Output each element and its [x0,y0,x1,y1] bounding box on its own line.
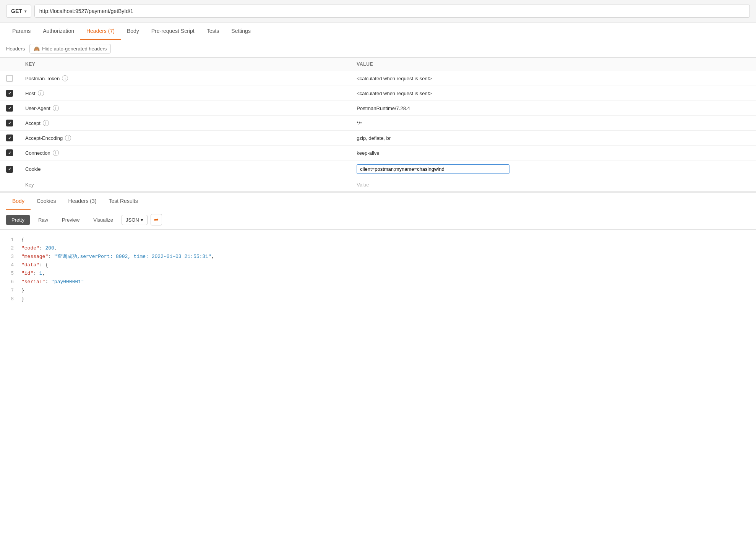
tab-params[interactable]: Params [6,23,37,40]
response-section: BodyCookiesHeaders (3)Test Results Prett… [0,192,756,310]
json-brace: } [21,288,24,293]
format-bar: PrettyRawPreviewVisualizeJSON▾⇌ [0,210,756,230]
line-number: 3 [6,253,14,261]
header-value-0: <calculated when request is sent> [357,76,432,81]
info-icon-2[interactable]: i [53,105,59,111]
json-comma: , [211,254,214,259]
line-content: } [21,287,750,295]
line-number: 5 [6,269,14,278]
tab-settings[interactable]: Settings [225,23,257,40]
header-key-0: Postman-Token [25,76,60,81]
code-line: 6 "serial": "pay000001" [6,278,750,286]
table-row: ✓Accepti*/* [0,116,756,131]
table-row: Postman-Tokeni<calculated when request i… [0,71,756,86]
json-key: "message" [21,254,48,259]
json-colon: : [39,245,45,251]
header-checkbox-5[interactable]: ✓ [6,149,13,156]
code-line: 4 "data": { [6,261,750,269]
tab-tests[interactable]: Tests [201,23,226,40]
header-checkbox-2[interactable]: ✓ [6,105,13,112]
line-content: "serial": "pay000001" [21,278,750,286]
header-value-3: */* [357,120,362,126]
line-content: "message": "查询成功,serverPort: 8002, time:… [21,253,750,261]
method-label: GET [11,8,22,14]
tab-body[interactable]: Body [121,23,145,40]
hide-auto-label: Hide auto-generated headers [42,46,107,52]
line-number: 1 [6,236,14,244]
tab-authorization[interactable]: Authorization [37,23,80,40]
json-colon: : [45,279,51,285]
info-icon-5[interactable]: i [53,150,59,156]
line-content: "data": { [21,261,750,269]
format-btn-pretty[interactable]: Pretty [6,215,30,225]
json-number: 200 [45,245,54,251]
header-checkbox-1[interactable]: ✓ [6,90,13,97]
table-row: ✓Hosti<calculated when request is sent> [0,86,756,101]
info-icon-4[interactable]: i [65,135,71,141]
json-key: "id" [21,271,33,276]
code-line: 3 "message": "查询成功,serverPort: 8002, tim… [6,253,750,261]
line-content: { [21,236,750,244]
tab-pre-request-script[interactable]: Pre-request Script [145,23,201,40]
json-key: "data" [21,262,39,268]
header-value-5: keep-alive [357,150,379,156]
word-wrap-icon[interactable]: ⇌ [151,214,162,225]
format-btn-visualize[interactable]: Visualize [88,215,118,225]
code-line: 8} [6,295,750,303]
json-key: "serial" [21,279,45,285]
response-tab-test-results[interactable]: Test Results [102,193,144,210]
header-key-1: Host [25,91,36,96]
format-btn-preview[interactable]: Preview [57,215,85,225]
info-icon-1[interactable]: i [38,90,44,96]
header-value-2: PostmanRuntime/7.28.4 [357,105,410,111]
method-chevron: ▾ [24,9,26,13]
table-row: ✓Connectionikeep-alive [0,146,756,160]
header-key-4: Accept-Encoding [25,135,63,141]
response-tab-body[interactable]: Body [6,193,31,210]
headers-sub-header: Headers 🙈 Hide auto-generated headers [0,40,756,58]
col-header-check [0,58,19,71]
header-checkbox-0[interactable] [6,75,13,82]
url-bar: GET ▾ [0,0,756,23]
header-checkbox-6[interactable]: ✓ [6,166,13,173]
line-number: 6 [6,278,14,286]
response-tabs: BodyCookiesHeaders (3)Test Results [0,193,756,210]
headers-sub-label: Headers [6,46,25,52]
method-select[interactable]: GET ▾ [6,5,31,18]
response-tab-cookies[interactable]: Cookies [31,193,62,210]
json-key: "code" [21,245,39,251]
json-string: "查询成功,serverPort: 8002, time: 2022-01-03… [54,254,211,259]
header-key-2: User-Agent [25,105,50,111]
line-content: "code": 200, [21,244,750,253]
json-colon: : [33,271,39,276]
json-type-chevron: ▾ [141,217,143,223]
header-key-5: Connection [25,150,50,156]
line-number: 4 [6,261,14,269]
line-number: 7 [6,287,14,295]
json-comma: , [54,245,57,251]
header-checkbox-4[interactable]: ✓ [6,135,13,141]
empty-key-input[interactable] [25,182,344,188]
json-type-select[interactable]: JSON▾ [122,215,148,225]
json-colon: : [48,254,54,259]
json-colon: : [39,262,45,268]
json-brace: { [45,262,48,268]
col-header-value: VALUE [350,58,756,71]
header-value-1: <calculated when request is sent> [357,91,432,96]
format-btn-raw[interactable]: Raw [33,215,54,225]
tab-headers[interactable]: Headers (7) [80,23,121,40]
info-icon-0[interactable]: i [62,75,68,81]
json-string: "pay000001" [51,279,84,285]
table-row: ✓Cookie [0,160,756,178]
header-value-input-6[interactable] [357,164,509,174]
json-comma: , [42,271,45,276]
info-icon-3[interactable]: i [43,120,49,126]
header-key-6: Cookie [25,166,41,172]
url-input[interactable] [34,5,750,18]
table-row: ✓Accept-Encodingigzip, deflate, br [0,131,756,146]
headers-table: KEY VALUE Postman-Tokeni<calculated when… [0,58,756,192]
table-row: ✓User-AgentiPostmanRuntime/7.28.4 [0,101,756,116]
hide-auto-headers-button[interactable]: 🙈 Hide auto-generated headers [29,44,111,53]
response-tab-headers[interactable]: Headers (3) [62,193,103,210]
header-checkbox-3[interactable]: ✓ [6,120,13,126]
